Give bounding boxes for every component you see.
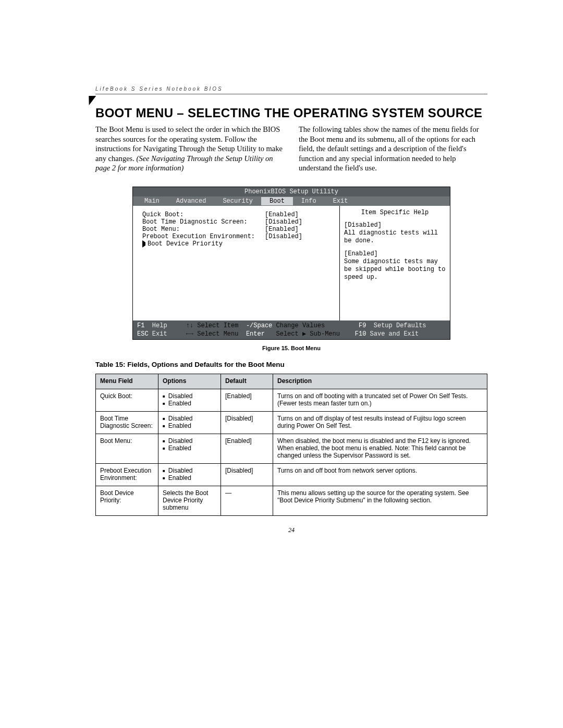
- figure-caption: Figure 15. Boot Menu: [95, 345, 487, 351]
- bios-row-quickboot[interactable]: Quick Boot:[Enabled]: [142, 211, 336, 218]
- table-header-row: Menu Field Options Default Description: [96, 374, 487, 389]
- table-row: Boot Device Priority: Selects the Boot D…: [96, 486, 487, 516]
- bios-tab-exit[interactable]: Exit: [325, 197, 357, 205]
- bios-body: Quick Boot:[Enabled] Boot Time Diagnosti…: [133, 206, 450, 320]
- th-options: Options: [158, 374, 221, 389]
- bios-row-pxe[interactable]: Preboot Execution Environment:[Disabled]: [142, 233, 336, 240]
- bios-footer-row2: ESC Exit ←→ Select Menu Enter Select ▶ S…: [137, 330, 446, 338]
- bios-help-header: Item Specific Help: [344, 209, 446, 216]
- table-title: Table 15: Fields, Options and Defaults f…: [95, 361, 487, 368]
- options-table: Menu Field Options Default Description Q…: [95, 374, 487, 516]
- bios-help-pane: Item Specific Help [Disabled] All diagno…: [339, 206, 450, 320]
- table-row: Boot Menu: DisabledEnabled [Enabled] Whe…: [96, 434, 487, 464]
- table-row: Boot Time Diagnostic Screen: DisabledEna…: [96, 412, 487, 434]
- table-row: Preboot Execution Environment: DisabledE…: [96, 464, 487, 486]
- running-header: LifeBook S Series Notebook BIOS: [95, 86, 487, 92]
- bios-title: PhoenixBIOS Setup Utility: [133, 187, 450, 196]
- document-page: LifeBook S Series Notebook BIOS BOOT MEN…: [0, 0, 563, 728]
- bios-screenshot: PhoenixBIOS Setup Utility Main Advanced …: [132, 187, 450, 340]
- bios-row-diag[interactable]: Boot Time Diagnostic Screen:[Disabled]: [142, 218, 336, 226]
- bios-tabs: Main Advanced Security Boot Info Exit: [133, 196, 450, 206]
- header-rule: [95, 94, 487, 94]
- page-number: 24: [95, 526, 487, 534]
- page-title: BOOT MENU – SELECTING THE OPERATING SYST…: [95, 106, 487, 120]
- th-default: Default: [221, 374, 273, 389]
- bios-tab-advanced[interactable]: Advanced: [168, 197, 215, 205]
- intro-right: The following tables show the names of t…: [299, 125, 487, 173]
- bios-tab-main[interactable]: Main: [136, 197, 168, 205]
- bios-left-pane: Quick Boot:[Enabled] Boot Time Diagnosti…: [133, 206, 339, 320]
- bios-tab-security[interactable]: Security: [214, 197, 261, 205]
- intro-left: The Boot Menu is used to select the orde…: [95, 125, 284, 173]
- bios-tab-boot[interactable]: Boot: [261, 197, 293, 205]
- pointer-glyph-icon: [85, 96, 96, 105]
- bios-row-bootmenu[interactable]: Boot Menu:[Enabled]: [142, 226, 336, 233]
- bios-tab-info[interactable]: Info: [293, 197, 325, 205]
- bios-help-p1: [Disabled] All diagnostic tests will be …: [344, 221, 446, 245]
- bios-help-p2: [Enabled] Some diagnostic tests may be s…: [344, 250, 446, 281]
- th-menu: Menu Field: [96, 374, 158, 389]
- bios-footer-row1: F1 Help ↑↓ Select Item -/Space Change Va…: [137, 322, 446, 330]
- bios-row-submenu[interactable]: Boot Device Priority: [142, 240, 336, 248]
- intro-columns: The Boot Menu is used to select the orde…: [95, 125, 487, 173]
- bios-footer: F1 Help ↑↓ Select Item -/Space Change Va…: [133, 320, 450, 339]
- th-desc: Description: [273, 374, 487, 389]
- table-row: Quick Boot: DisabledEnabled [Enabled] Tu…: [96, 389, 487, 412]
